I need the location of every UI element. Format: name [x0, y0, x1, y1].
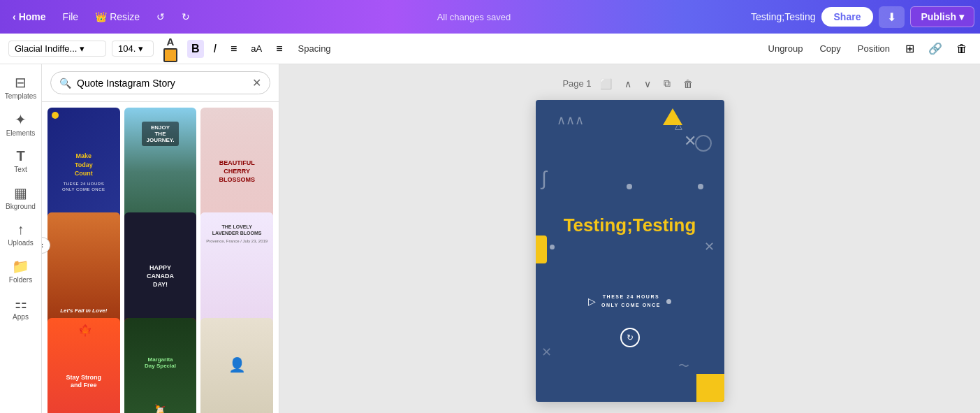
grid-button[interactable]: ⊞ — [901, 39, 919, 58]
canvas-area: Page 1 ⬜ ∧ ∨ ⧉ 🗑 ∧∧∧ △ ✕ ∫ — [279, 64, 980, 413]
link-button[interactable]: 🔗 — [924, 39, 946, 58]
save-status: All changes saved — [200, 12, 748, 22]
page-up-button[interactable]: ∧ — [620, 76, 636, 92]
elements-icon: ✦ — [15, 111, 27, 128]
align-button[interactable]: ≡ — [226, 40, 241, 58]
page-label: Page 1 — [562, 78, 591, 89]
canvas-sub-text-row: ▷ THESE 24 HOURS ONLY COME ONCE — [588, 293, 671, 310]
apps-icon: ⚏ — [15, 295, 27, 312]
template-card-7[interactable]: 🍁 Stay Strongand Free — [47, 318, 120, 413]
deco-dot-2 — [698, 184, 703, 189]
folders-icon: 📁 — [12, 258, 29, 275]
sidebar-item-text[interactable]: T Text — [3, 144, 39, 177]
list-button[interactable]: ≡ — [272, 40, 286, 58]
deco-circle-right — [695, 135, 712, 152]
card-3-text: BEAUTIFULCHERRYBLOSSOMS — [213, 160, 261, 184]
main-content: ⊟ Templates ✦ Elements T Text ▦ Bkground… — [0, 64, 980, 413]
search-input-wrap: 🔍 ✕ — [50, 71, 270, 94]
sidebar-item-folders[interactable]: 📁 Folders — [3, 254, 39, 288]
search-clear-button[interactable]: ✕ — [252, 76, 261, 89]
design-canvas[interactable]: ∧∧∧ △ ✕ ∫ Testing;Testing ▷ — [536, 100, 724, 402]
position-button[interactable]: Position — [852, 41, 895, 57]
formatting-toolbar: Glacial Indiffe... ▾ 104. ▾ A B I ≡ aA ≡… — [0, 34, 980, 64]
card-8-text: MargaritaDay Special — [124, 356, 197, 369]
bold-button[interactable]: B — [187, 40, 204, 58]
crown-icon: 👑 — [95, 11, 107, 22]
sidebar-item-apps[interactable]: ⚏ Apps — [3, 291, 39, 325]
background-icon: ▦ — [14, 184, 27, 201]
deco-zigzag-top: ∧∧∧ — [557, 113, 584, 128]
copy-button[interactable]: Copy — [814, 41, 846, 57]
download-button[interactable]: ⬇ — [879, 6, 905, 28]
sidebar-item-background[interactable]: ▦ Bkground — [3, 180, 39, 215]
link-icon: 🔗 — [928, 42, 942, 55]
chevron-down-icon: ▾ — [80, 43, 85, 54]
card-8-icon: 🍹 — [152, 404, 169, 413]
canvas-sub-text: THESE 24 HOURS ONLY COME ONCE — [601, 293, 661, 310]
undo-icon: ↺ — [156, 11, 165, 22]
template-card-9[interactable]: 👤 Portrait style — [200, 318, 273, 413]
search-icon: 🔍 — [59, 78, 71, 89]
chevron-down-icon: ▾ — [138, 43, 143, 54]
page-duplicate-button[interactable]: ⧉ — [659, 75, 675, 92]
project-name: Testing;Testing — [751, 11, 816, 22]
deco-x-top-right: ✕ — [684, 132, 696, 150]
spacing-button[interactable]: Spacing — [293, 41, 337, 57]
page-controls: Page 1 ⬜ ∧ ∨ ⧉ 🗑 — [562, 75, 696, 92]
yellow-triangle — [663, 108, 682, 125]
sidebar-item-templates[interactable]: ⊟ Templates — [3, 70, 39, 104]
canvas-main-text: Testing;Testing — [560, 215, 700, 236]
template-card-8[interactable]: MargaritaDay Special 🍹 — [124, 318, 197, 413]
card-7-text: Stay Strongand Free — [61, 374, 108, 390]
card-6-subtext: Provence, France / July 23, 2019 — [206, 239, 268, 243]
page-delete-button[interactable]: 🗑 — [679, 76, 697, 92]
ungroup-button[interactable]: Ungroup — [763, 41, 809, 57]
file-button[interactable]: File — [56, 8, 86, 25]
color-swatch — [163, 48, 177, 62]
grid-icon: ⊞ — [905, 42, 914, 55]
topbar-right-actions: Testing;Testing Share ⬇ Publish ▾ — [751, 6, 974, 28]
sidebar-item-uploads[interactable]: ↑ Uploads — [3, 217, 39, 251]
chevron-down-icon: ▾ — [959, 11, 964, 22]
font-family-selector[interactable]: Glacial Indiffe... ▾ — [8, 41, 106, 57]
card-7-maple: 🍁 — [78, 324, 89, 335]
search-input[interactable] — [77, 78, 247, 89]
text-size-button[interactable]: aA — [247, 41, 266, 57]
deco-dot-1 — [627, 184, 632, 189]
card-6-text: THE LOVELYLAVENDER BLOOMS — [212, 224, 262, 236]
delete-element-button[interactable]: 🗑 — [952, 40, 972, 58]
text-icon: T — [16, 148, 24, 164]
card-1-text3: Count — [54, 169, 112, 178]
resize-button[interactable]: 👑 Resize — [88, 8, 147, 25]
card-9-icon: 👤 — [228, 356, 246, 373]
yellow-corner-bottom-right — [696, 374, 724, 402]
home-button[interactable]: ‹ Home — [6, 8, 53, 25]
redo-button[interactable]: ↻ — [175, 8, 197, 25]
uploads-icon: ↑ — [17, 222, 24, 238]
list-icon: ≡ — [276, 43, 282, 55]
deco-dot-3 — [666, 299, 671, 304]
share-button[interactable]: Share — [821, 7, 874, 27]
trash-icon: 🗑 — [956, 43, 967, 55]
templates-icon: ⊟ — [15, 74, 27, 91]
canvas-sub-section: ▷ THESE 24 HOURS ONLY COME ONCE — [560, 293, 700, 310]
redo-icon: ↻ — [182, 11, 190, 22]
card-1-subtext: THESE 24 HOURSONLY COME ONCE — [54, 181, 112, 193]
search-bar: 🔍 ✕ — [42, 64, 279, 102]
deco-squiggle-bottom: 〜 — [678, 359, 689, 374]
font-size-selector[interactable]: 104. ▾ — [112, 41, 154, 57]
page-thumbnail-button[interactable]: ⬜ — [596, 76, 616, 92]
undo-button[interactable]: ↺ — [149, 8, 172, 25]
chevron-left-icon: ‹ — [13, 11, 16, 22]
page-down-button[interactable]: ∨ — [640, 76, 655, 92]
yellow-accent-left — [536, 236, 547, 263]
template-grid: Make Today Count THESE 24 HOURSONLY COME… — [42, 102, 279, 413]
italic-button[interactable]: I — [210, 40, 221, 58]
templates-panel: 🔍 ✕ Make Today Count THESE 24 HOURSONLY … — [42, 64, 279, 413]
sidebar-item-elements[interactable]: ✦ Elements — [3, 107, 39, 141]
deco-x-bottom-left: ✕ — [541, 345, 552, 360]
canvas-circle-icon: ↻ — [620, 328, 640, 347]
download-icon: ⬇ — [887, 11, 896, 23]
publish-button[interactable]: Publish ▾ — [910, 6, 974, 27]
text-color-button[interactable]: A — [159, 33, 182, 65]
